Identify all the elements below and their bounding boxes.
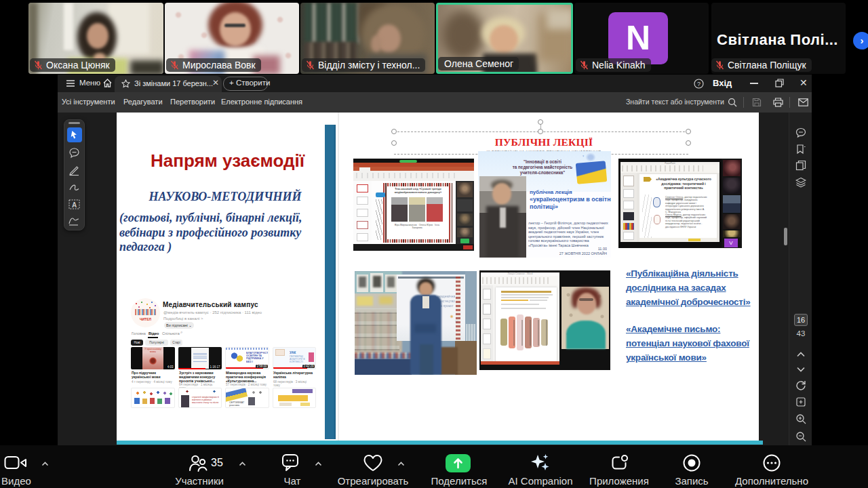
svg-text:?: ? <box>697 81 701 87</box>
svg-text:A: A <box>72 201 77 209</box>
